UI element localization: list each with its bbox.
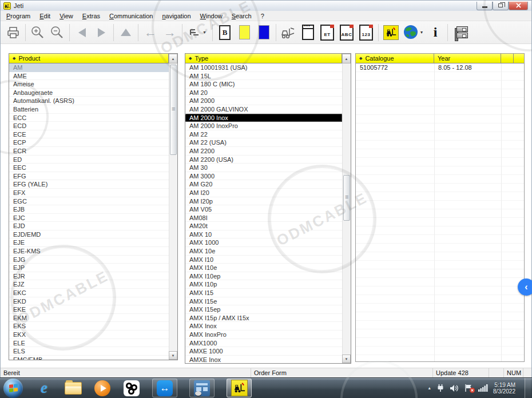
volume-icon[interactable]	[450, 384, 459, 392]
menu-help[interactable]: ?	[256, 11, 269, 21]
list-item[interactable]: AMX InoxPro	[185, 331, 342, 339]
info-button[interactable]: i	[426, 23, 445, 42]
list-item[interactable]: AMX I10p	[185, 280, 342, 289]
list-item[interactable]: AM	[9, 63, 169, 72]
bom-document-button[interactable]: B	[215, 23, 235, 42]
list-item[interactable]: EKX	[9, 331, 169, 339]
list-item[interactable]: AM 22	[185, 130, 342, 139]
list-item[interactable]: ECC	[9, 114, 169, 122]
list-item[interactable]: EFX	[9, 189, 169, 197]
menu-search[interactable]: Search	[227, 11, 256, 21]
list-item[interactable]: AM I20	[185, 189, 342, 197]
list-item[interactable]: AM 2200	[185, 147, 342, 156]
list-item[interactable]: AME	[9, 72, 169, 81]
list-item[interactable]: AMX I15e	[185, 297, 342, 306]
list-item[interactable]: AMX I15	[185, 289, 342, 297]
list-item[interactable]: AM 2000	[185, 97, 342, 105]
list-item[interactable]: ECE	[9, 130, 169, 139]
print-button[interactable]	[3, 23, 23, 42]
list-item[interactable]: AMX 10e	[185, 247, 342, 256]
next-button[interactable]	[92, 23, 111, 42]
list-item[interactable]: Ameise	[9, 80, 169, 89]
list-item[interactable]: Anbaugeraete	[9, 89, 169, 97]
list-item[interactable]: ELE	[9, 339, 169, 348]
list-item[interactable]: EJD/EMD	[9, 230, 169, 239]
list-item[interactable]: AM 2000 GALVINOX	[185, 105, 342, 114]
list-item[interactable]: EJB	[9, 205, 169, 214]
taskbar-system-config[interactable]	[189, 379, 215, 397]
menu-edit[interactable]: Edit	[35, 11, 55, 21]
taskbar-internet-explorer[interactable]: e	[35, 380, 53, 397]
list-item[interactable]: AMX 1000	[185, 238, 342, 247]
list-item[interactable]: ECD	[9, 122, 169, 130]
list-item[interactable]: AM20t	[185, 222, 342, 230]
list-item[interactable]: EGC	[9, 197, 169, 206]
zoom-in-button[interactable]	[28, 23, 47, 42]
yellow-marker-button[interactable]	[235, 23, 254, 42]
zoom-out-button[interactable]	[47, 23, 67, 42]
scroll-down-button[interactable]: ▼	[342, 355, 351, 363]
list-item[interactable]: AM 2000 InoxPro	[185, 122, 342, 130]
list-item[interactable]: EKM	[9, 314, 169, 323]
jeti-catalog-button[interactable]	[381, 23, 400, 42]
list-item[interactable]: Automatikanl. (ASRS)	[9, 97, 169, 105]
list-item[interactable]: AMX I10ep	[185, 272, 342, 281]
language-button[interactable]: ▾	[400, 23, 426, 42]
list-item[interactable]: ECR	[9, 147, 169, 156]
list-item[interactable]: AM 10001931 (USA)	[185, 63, 342, 72]
action-center-flag-icon[interactable]	[464, 384, 473, 392]
list-item[interactable]: EJC	[9, 214, 169, 222]
restore-button[interactable]	[493, 2, 509, 10]
product-scrollbar[interactable]	[169, 63, 177, 351]
list-item[interactable]: EEC	[9, 164, 169, 172]
list-item[interactable]: AM 2000 Inox	[185, 114, 342, 122]
list-item[interactable]: AM G20	[185, 180, 342, 189]
list-item[interactable]: EKC	[9, 289, 169, 297]
show-desktop-button[interactable]	[525, 378, 531, 398]
list-item[interactable]: AM 20	[185, 89, 342, 97]
list-item[interactable]: EFG (YALE)	[9, 180, 169, 189]
year-column-header[interactable]: Year	[434, 54, 501, 63]
list-item[interactable]: AMXE Inox	[185, 356, 342, 363]
menu-program[interactable]: Program	[2, 11, 35, 21]
sidebar-collapse-button[interactable]: ‹	[518, 278, 532, 296]
taskbar-clock[interactable]: 5:19 AM 8/3/2022	[493, 382, 515, 395]
list-item[interactable]: AMX Inox	[185, 322, 342, 331]
index-abc-button[interactable]: ABC	[337, 23, 356, 42]
forward-button[interactable]: →	[160, 23, 180, 42]
up-level-button[interactable]	[116, 23, 136, 42]
list-item[interactable]: ECP	[9, 138, 169, 147]
type-column-header[interactable]: ◆ Type	[185, 54, 342, 63]
list-item[interactable]: EJP	[9, 264, 169, 272]
list-item[interactable]: AM 180 C (MIC)	[185, 80, 342, 89]
list-item[interactable]: EKE	[9, 305, 169, 314]
menu-extras[interactable]: Extras	[78, 11, 105, 21]
list-item[interactable]: AMX 10	[185, 230, 342, 239]
start-button[interactable]	[3, 379, 23, 398]
scrollbar-thumb[interactable]	[343, 175, 350, 221]
list-item[interactable]: AM 22 (USA)	[185, 138, 342, 147]
list-item[interactable]: AM I20p	[185, 197, 342, 206]
list-item[interactable]: AM08I	[185, 214, 342, 222]
machine-button[interactable]	[298, 23, 317, 42]
index-123-button[interactable]: 123	[356, 23, 376, 42]
list-item[interactable]: EJD	[9, 222, 169, 230]
scrollbar-thumb[interactable]	[170, 65, 177, 155]
list-item[interactable]: AMX1000	[185, 339, 342, 348]
forklift-sketch-button[interactable]	[279, 23, 298, 42]
list-item[interactable]: AMX I15p / AMX I15x	[185, 314, 342, 323]
list-item[interactable]: AMX I10	[185, 256, 342, 264]
blue-marker-button[interactable]	[254, 23, 273, 42]
list-item[interactable]: EJZ	[9, 280, 169, 289]
catalogue-column-header[interactable]: ◆ Catalogue	[356, 54, 434, 63]
menu-view[interactable]: View	[55, 11, 78, 21]
list-item[interactable]: ED	[9, 156, 169, 164]
list-item[interactable]: EKS	[9, 322, 169, 331]
scroll-up-button[interactable]: ▲	[342, 54, 351, 63]
back-button[interactable]: ←	[141, 23, 160, 42]
scroll-down-button[interactable]: ▼	[169, 351, 177, 360]
list-item[interactable]: AM 2200 (USA)	[185, 156, 342, 164]
list-item[interactable]: ELS	[9, 347, 169, 356]
list-item[interactable]: AM 3000	[185, 172, 342, 181]
list-item[interactable]: AM 15L	[185, 72, 342, 81]
